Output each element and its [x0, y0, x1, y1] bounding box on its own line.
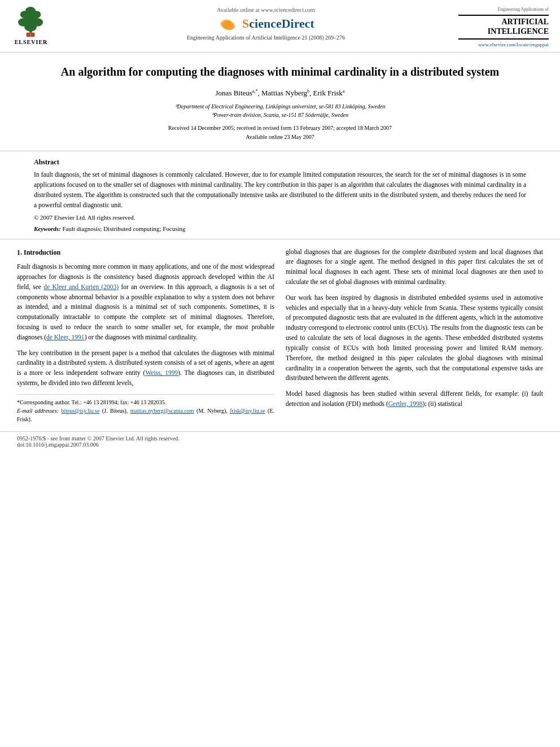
abstract-title: Abstract	[34, 158, 526, 167]
ai-journal-title: ARTIFICIAL INTELLIGENCE	[458, 15, 549, 40]
footnote-star: *Corresponding author. Tel.: +46 13 2819…	[17, 398, 274, 407]
ref-dekleer-1991[interactable]: de Kleer, 1991	[46, 334, 85, 340]
header-center: Available online at www.sciencedirect.co…	[73, 7, 458, 41]
section1-right-para2: Our work has been inspired by diagnosis …	[286, 293, 543, 383]
affiliation-a: ᵃDepartment of Electrical Engineering, L…	[34, 102, 526, 111]
section1-right-para1: global diagnoses that are diagnoses for …	[286, 247, 543, 287]
affiliations: ᵃDepartment of Electrical Engineering, L…	[34, 102, 526, 119]
authors: Jonas Biteusa,*, Mattias Nybergb, Erik F…	[34, 89, 526, 98]
section1-right-para3: Model based diagnosis has been studied w…	[286, 389, 543, 409]
section1-para1: Fault diagnosis is becoming more common …	[17, 262, 274, 343]
section1-para2: The key contribution in the present pape…	[17, 348, 274, 388]
header-right: Engineering Applications of ARTIFICIAL I…	[458, 7, 549, 47]
abstract-section: Abstract In fault diagnosis, the set of …	[0, 151, 560, 239]
email-frisk[interactable]: frisk@isy.liu.se	[230, 408, 265, 414]
elsevier-logo-section: ELSEVIER	[11, 7, 73, 45]
available-online-text: Available online at www.sciencedirect.co…	[79, 7, 453, 13]
received-date: Received 14 December 2005; received in r…	[34, 124, 526, 133]
main-body: 1. Introduction Fault diagnosis is becom…	[0, 239, 560, 431]
svg-point-10	[226, 21, 231, 27]
article-header: An algorithm for computing the diagnoses…	[0, 53, 560, 151]
sciencedirect-logo: ScienceDirect	[79, 15, 453, 32]
page: ELSEVIER Available online at www.science…	[0, 0, 560, 747]
right-column: global diagnoses that are diagnoses for …	[286, 247, 543, 423]
section1-title: 1. Introduction	[17, 247, 274, 258]
affiliation-b: ᵇPower-train division, Scania, se-151 87…	[34, 111, 526, 119]
sciencedirect-text: ScienceDirect	[242, 16, 314, 31]
elsevier-logo: ELSEVIER	[11, 7, 51, 45]
ref-gertler[interactable]: Gertler, 1998	[388, 400, 423, 407]
header: ELSEVIER Available online at www.science…	[0, 0, 560, 53]
article-dates: Received 14 December 2005; received in r…	[34, 124, 526, 142]
abstract-text: In fault diagnosis, the set of minimal d…	[34, 170, 526, 210]
keywords: Keywords: Fault diagnosis; Distributed c…	[34, 225, 526, 232]
article-title: An algorithm for computing the diagnoses…	[34, 64, 526, 80]
footer: 0952-1976/$ - see front matter © 2007 El…	[0, 431, 560, 448]
elsevier-tree-icon	[11, 7, 51, 38]
left-column: 1. Introduction Fault diagnosis is becom…	[17, 247, 274, 423]
footer-issn: 0952-1976/$ - see front matter © 2007 El…	[17, 435, 543, 442]
keywords-label: Keywords:	[34, 225, 61, 232]
svg-point-7	[25, 7, 36, 15]
elsevier-text: ELSEVIER	[15, 39, 48, 45]
footer-doi: doi:10.1016/j.engappai.2007.03.006	[17, 442, 543, 448]
email-biteus[interactable]: biteus@isy.liu.se	[61, 408, 99, 414]
ref-dekleer-kurien[interactable]: de Kleer and Kurien (2003)	[43, 283, 119, 290]
journal-label-top: Engineering Applications of	[458, 7, 549, 12]
keywords-text: Fault diagnosis; Distributed computing; …	[62, 225, 185, 232]
sd-icon	[217, 15, 240, 32]
journal-website-link[interactable]: www.elsevier.com/locate/engappai	[458, 42, 549, 47]
available-online-date: Available online 23 May 2007	[34, 133, 526, 142]
email-nyberg[interactable]: mattias.nyberg@scania.com	[130, 408, 194, 414]
footnote-section: *Corresponding author. Tel.: +46 13 2819…	[17, 394, 274, 423]
footnote-email: E-mail addresses: biteus@isy.liu.se (J. …	[17, 407, 274, 423]
copyright: © 2007 Elsevier Ltd. All rights reserved…	[34, 214, 526, 221]
journal-name: Engineering Applications of Artificial I…	[79, 34, 453, 41]
ref-weiss[interactable]: Weiss, 1999	[145, 369, 178, 376]
